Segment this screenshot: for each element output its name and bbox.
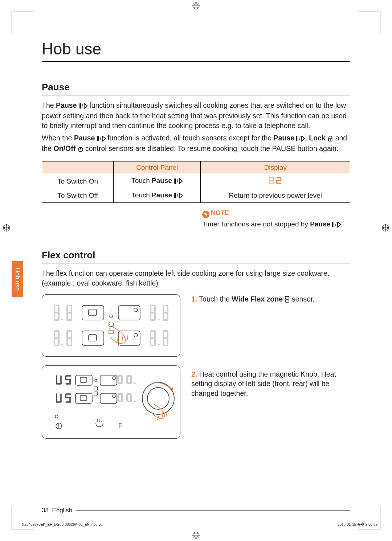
cell-display-82 <box>201 174 350 189</box>
cell-touch-pause: Touch Pause / <box>114 174 201 189</box>
svg-text:P: P <box>118 422 123 430</box>
svg-point-25 <box>110 315 113 318</box>
svg-text:T: T <box>330 139 331 141</box>
cell-return-level: Return to previous power level <box>201 189 350 202</box>
svg-rect-18 <box>89 309 97 316</box>
flex-step-2: 2. Heat control using the magnetic Knob.… <box>191 369 350 398</box>
note-block: ✎NOTE Timer functions are not stopped by… <box>42 209 350 230</box>
indd-timestamp: 2015-01-15 �� 2:56:32 <box>338 522 377 526</box>
svg-rect-28 <box>75 375 92 385</box>
pause-play-icon: / <box>97 134 106 144</box>
flex-illustration-2: P <box>42 365 180 439</box>
registration-mark-icon <box>192 532 200 539</box>
svg-point-36 <box>95 379 97 381</box>
table-row: To Switch On Touch Pause / <box>42 174 350 189</box>
svg-text:/: / <box>335 222 336 228</box>
flex-step-1: 1. Touch the Wide Flex zone sensor. <box>191 294 350 305</box>
cell-touch-pause: Touch Pause / <box>114 189 201 202</box>
print-meta: NZ84J9770EK_EF_DG68-00626A-00_EN.indd 38… <box>22 522 377 526</box>
pause-play-icon: / <box>296 134 305 144</box>
svg-rect-44 <box>285 296 289 299</box>
note-heading: ✎NOTE <box>202 209 350 218</box>
heading-rule <box>42 95 350 95</box>
col-display: Display <box>201 161 350 174</box>
col-control-panel: Control Panel <box>114 161 201 174</box>
svg-rect-19 <box>82 331 104 345</box>
svg-point-24 <box>134 333 138 337</box>
svg-rect-29 <box>80 377 87 382</box>
lock-icon: T <box>327 134 333 144</box>
row-switch-on: To Switch On <box>42 174 114 189</box>
flex-paragraph: The flex function can operate complete l… <box>42 269 350 288</box>
pause-table: Control PanelDisplay To Switch On Touch … <box>42 161 350 203</box>
svg-point-43 <box>147 388 169 409</box>
note-icon: ✎ <box>202 211 209 218</box>
svg-point-39 <box>55 415 58 418</box>
svg-text:/: / <box>177 178 178 184</box>
svg-point-35 <box>113 395 115 398</box>
svg-text:/: / <box>299 136 301 142</box>
pause-play-icon: / <box>79 102 87 111</box>
svg-point-22 <box>134 308 138 312</box>
footer-rule <box>76 511 350 511</box>
svg-rect-45 <box>285 300 289 302</box>
page-title: Hob use <box>42 40 350 58</box>
pause-play-icon: / <box>174 192 183 200</box>
pause-paragraph-2: When the Pause / function is activated, … <box>42 133 350 155</box>
pause-paragraph-1: The Pause / function simultaneously swit… <box>42 101 350 130</box>
pause-play-icon: / <box>174 178 183 186</box>
svg-rect-31 <box>80 395 87 401</box>
page-number: 38 <box>42 507 49 514</box>
svg-text:/: / <box>100 136 101 142</box>
svg-rect-20 <box>89 335 97 341</box>
indd-filename: NZ84J9770EK_EF_DG68-00626A-00_EN.indd 38 <box>22 522 102 526</box>
title-rule <box>42 61 350 62</box>
svg-rect-17 <box>82 306 104 320</box>
svg-rect-30 <box>75 393 92 403</box>
side-tab: Hob use <box>12 261 23 297</box>
crop-mark <box>12 12 34 34</box>
registration-mark-icon <box>3 224 10 231</box>
seven-segment-icon <box>268 179 283 187</box>
footer-language: English <box>52 507 72 514</box>
svg-rect-21 <box>118 306 140 320</box>
table-row: To Switch Off Touch Pause / Return to pr… <box>42 189 350 202</box>
flex-heading: Flex control <box>42 250 350 261</box>
page-footer: 38 English <box>42 507 350 514</box>
svg-rect-37 <box>94 387 98 390</box>
note-text: Timer functions are not stopped by Pause… <box>202 220 350 230</box>
pause-heading: Pause <box>42 82 350 93</box>
svg-rect-38 <box>94 392 98 395</box>
heading-rule <box>42 263 350 263</box>
svg-point-33 <box>113 377 115 380</box>
svg-text:/: / <box>177 193 178 198</box>
registration-mark-icon <box>382 224 389 231</box>
crop-mark <box>358 12 380 34</box>
pause-play-icon: / <box>332 221 341 230</box>
registration-mark-icon <box>192 2 200 9</box>
flex-illustration-1 <box>42 294 180 357</box>
power-icon <box>78 145 83 154</box>
row-switch-off: To Switch Off <box>42 189 114 202</box>
flex-zone-icon <box>285 295 290 305</box>
table-corner <box>42 161 114 174</box>
svg-text:/: / <box>82 103 83 109</box>
